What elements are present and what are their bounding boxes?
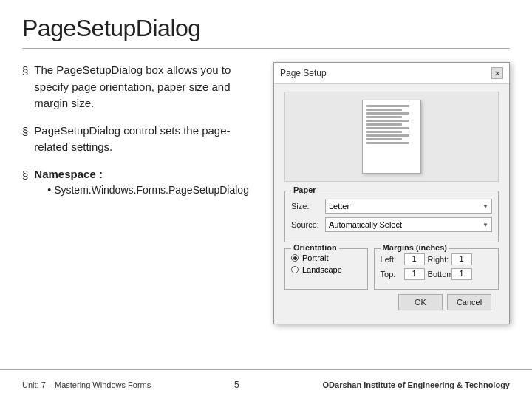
- source-select-arrow: ▼: [482, 222, 488, 228]
- left-content: § The PageSetupDialog box allows you to …: [22, 62, 259, 208]
- bottom-input[interactable]: 1: [451, 268, 472, 280]
- bullet-text-2: PageSetupDialog control sets the page-re…: [34, 123, 259, 156]
- bullet-symbol-3: §: [22, 167, 28, 199]
- left-right-row: Left: 1 Right: 1: [381, 253, 492, 265]
- paper-line: [366, 142, 409, 144]
- footer-bar: Unit: 7 – Mastering Windows Forms 5 ODar…: [0, 369, 532, 399]
- dialog-body: Paper Size: Letter ▼ Source: Automatical: [274, 84, 509, 324]
- ok-button[interactable]: OK: [398, 294, 443, 310]
- margins-legend: Margins (inches): [381, 243, 449, 252]
- namespace-label: Namespace :: [34, 168, 103, 180]
- bullet-text-3: Namespace : • System.Windows.Forms.PageS…: [34, 166, 249, 199]
- bullet-item-2: § PageSetupDialog control sets the page-…: [22, 123, 259, 156]
- page-title: PageSetupDialog: [22, 15, 510, 42]
- size-select[interactable]: Letter ▼: [325, 199, 492, 214]
- size-select-arrow: ▼: [482, 203, 488, 210]
- top-input[interactable]: 1: [404, 268, 425, 280]
- footer-left-text: Unit: 7 – Mastering Windows Forms: [22, 381, 151, 389]
- title-divider: [22, 48, 510, 49]
- paper-line: [366, 105, 409, 107]
- size-value: Letter: [329, 202, 349, 211]
- bullet-item-3: § Namespace : • System.Windows.Forms.Pag…: [22, 166, 259, 199]
- bullet-symbol-2: §: [22, 123, 28, 156]
- dialog-title-text: Page Setup: [280, 68, 327, 78]
- landscape-row[interactable]: Landscape: [291, 265, 361, 274]
- content-area: § The PageSetupDialog box allows you to …: [22, 62, 510, 324]
- size-label: Size:: [291, 202, 321, 211]
- margins-section: Margins (inches) Left: 1 Right: 1 Top: 1…: [374, 248, 499, 290]
- paper-line: [366, 131, 402, 133]
- paper-line: [366, 116, 402, 118]
- paper-section-legend: Paper: [291, 185, 318, 194]
- paper-line: [366, 127, 409, 129]
- orient-margins-row: Orientation Portrait Landscape: [284, 248, 499, 290]
- paper-line: [366, 120, 409, 122]
- bullet-item-1: § The PageSetupDialog box allows you to …: [22, 62, 259, 112]
- footer-right-text: ODarshan Institute of Engineering & Tech…: [323, 381, 510, 389]
- footer-page-number: 5: [234, 380, 239, 390]
- bullet-text-1: The PageSetupDialog box allows you to sp…: [34, 62, 259, 112]
- orientation-section: Orientation Portrait Landscape: [284, 248, 368, 290]
- top-label: Top:: [381, 270, 401, 279]
- dialog-close-button[interactable]: ✕: [491, 67, 503, 79]
- top-bottom-row: Top: 1 Bottom: 1: [381, 268, 492, 280]
- source-select[interactable]: Automatically Select ▼: [325, 217, 492, 232]
- bottom-label: Bottom:: [428, 270, 449, 279]
- paper-line: [366, 109, 402, 111]
- size-row: Size: Letter ▼: [291, 199, 492, 214]
- left-input[interactable]: 1: [404, 253, 425, 265]
- paper-line: [366, 112, 409, 115]
- dialog-footer: OK Cancel: [284, 290, 499, 316]
- left-label: Left:: [381, 255, 401, 264]
- orientation-legend: Orientation: [291, 243, 339, 252]
- bullet-symbol-1: §: [22, 63, 28, 112]
- cancel-button[interactable]: Cancel: [447, 294, 491, 310]
- dialog-wrapper: Page Setup ✕: [273, 62, 510, 324]
- portrait-row[interactable]: Portrait: [291, 253, 361, 262]
- portrait-label: Portrait: [302, 253, 328, 262]
- paper-page: [362, 100, 421, 174]
- paper-section: Paper Size: Letter ▼ Source: Automatical: [284, 191, 499, 242]
- landscape-radio[interactable]: [291, 266, 299, 273]
- namespace-value: • System.Windows.Forms.PageSetupDialog: [47, 183, 249, 198]
- right-label: Right:: [428, 255, 449, 264]
- page-setup-dialog: Page Setup ✕: [273, 62, 510, 324]
- paper-line: [366, 138, 402, 140]
- landscape-label: Landscape: [302, 265, 342, 274]
- dialog-titlebar: Page Setup ✕: [274, 63, 509, 84]
- source-row: Source: Automatically Select ▼: [291, 217, 492, 232]
- right-input[interactable]: 1: [451, 253, 472, 265]
- paper-preview-area: [284, 92, 499, 182]
- paper-line: [366, 123, 402, 126]
- portrait-radio[interactable]: [291, 254, 299, 262]
- source-label: Source:: [291, 220, 321, 229]
- paper-line: [366, 134, 409, 137]
- source-value: Automatically Select: [329, 220, 402, 229]
